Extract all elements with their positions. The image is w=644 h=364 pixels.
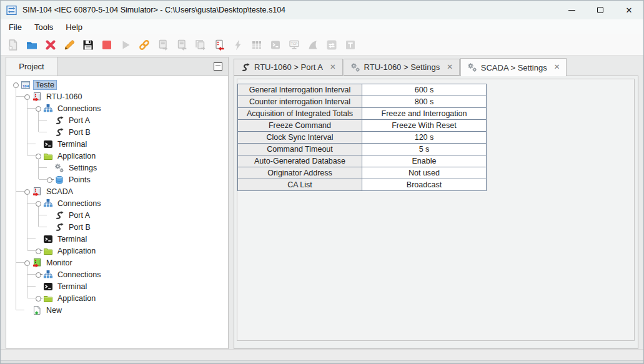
panel-splitter[interactable] — [229, 57, 234, 349]
tree-node-connections[interactable]: Connections — [6, 268, 228, 280]
close-tab-icon[interactable]: ✕ — [554, 64, 560, 71]
tree-toggle-icon[interactable] — [35, 292, 42, 304]
port-icon — [54, 210, 64, 220]
setting-value[interactable]: Enable — [362, 155, 487, 167]
port-icon — [54, 116, 64, 125]
table-row: Command Timeout5 s — [238, 144, 487, 155]
setting-label: Originator Address — [238, 167, 362, 179]
tree-node-application[interactable]: Application — [6, 292, 228, 304]
table-row: Originator AddressNot used — [238, 167, 487, 179]
tree-node-label: Application — [56, 246, 97, 256]
status-bar — [1, 349, 643, 360]
tree-node-new[interactable]: New — [6, 304, 228, 316]
setting-value[interactable]: Freeze With Reset — [362, 120, 487, 132]
database-icon — [54, 175, 64, 185]
tab-rtu-1060-port-a[interactable]: RTU-1060 > Port A✕ — [234, 59, 343, 76]
tree-node-label: Points — [67, 175, 92, 185]
menu-file[interactable]: File — [2, 21, 28, 33]
tree-node-scada[interactable]: SCADA — [6, 185, 228, 197]
setting-value[interactable]: Freeze and Interrogation — [362, 108, 487, 120]
minimize-button[interactable] — [557, 1, 586, 19]
tab-rtu-1060-settings[interactable]: RTU-1060 > Settings✕ — [344, 59, 460, 76]
setting-label: General Interrogation Interval — [238, 84, 362, 96]
setting-value[interactable]: 800 s — [362, 96, 487, 108]
gears-icon — [54, 163, 64, 173]
tree-spacer — [35, 280, 42, 292]
setting-label: Freeze Command — [238, 120, 362, 132]
tb-table-icon — [250, 39, 263, 51]
terminal-icon — [43, 234, 53, 244]
swap-button — [325, 38, 339, 52]
tree-node-label: New — [44, 305, 64, 315]
stop-button[interactable] — [100, 38, 114, 52]
tab-scada-settings[interactable]: SCADA > Settings✕ — [460, 58, 567, 76]
tree-guide — [39, 132, 47, 132]
setting-value[interactable]: 600 s — [362, 84, 487, 96]
maximize-icon — [597, 7, 603, 13]
tree-spacer — [24, 304, 31, 316]
setting-value[interactable]: Broadcast — [362, 179, 487, 191]
tree-node-terminal[interactable]: Terminal — [6, 233, 228, 245]
open-project-button[interactable] — [25, 38, 39, 52]
project-panel-header: Project — [6, 57, 229, 76]
close-project-button[interactable] — [44, 38, 57, 52]
tree-node-connections[interactable]: Connections — [6, 197, 228, 209]
collapse-panel-button[interactable] — [214, 62, 222, 71]
tree-guide — [27, 266, 27, 298]
tree-guide — [39, 227, 47, 227]
gears-icon — [350, 62, 360, 72]
tree-node-label: Terminal — [56, 234, 89, 244]
close-button[interactable]: ✕ — [615, 1, 643, 19]
setting-value[interactable]: 120 s — [362, 132, 487, 144]
flash-button — [231, 38, 245, 52]
close-tab-icon[interactable]: ✕ — [330, 64, 336, 71]
tree-node-application[interactable]: Application — [6, 150, 228, 162]
maximize-button[interactable] — [586, 1, 615, 19]
setting-value[interactable]: Not used — [362, 167, 487, 179]
settings-scrollpane: General Interrogation Interval600 sCount… — [237, 79, 635, 341]
tab-label: RTU-1060 > Port A — [254, 62, 323, 72]
tb-play-icon — [119, 39, 132, 51]
minimize-icon — [568, 10, 575, 11]
svg-text:104: 104 — [22, 84, 29, 87]
edit-button[interactable] — [62, 38, 76, 52]
tree-guide — [16, 88, 16, 310]
tree-node-teste[interactable]: 104Teste — [6, 79, 228, 91]
tree-node-terminal[interactable]: Terminal — [6, 138, 228, 150]
tb-link-icon — [138, 39, 151, 51]
menu-tools[interactable]: Tools — [28, 21, 59, 33]
tree-spacer — [35, 138, 42, 150]
tab-project[interactable]: Project — [6, 57, 57, 76]
tree-guide — [27, 144, 36, 144]
network-icon — [43, 270, 53, 280]
tree-spacer — [46, 221, 53, 233]
tree-node-monitor[interactable]: Monitor — [6, 257, 228, 268]
connect-button[interactable] — [137, 38, 151, 52]
server-green-icon — [32, 258, 42, 268]
server-import-button[interactable] — [212, 38, 226, 52]
tree-toggle-icon[interactable] — [46, 174, 53, 185]
close-tab-icon[interactable]: ✕ — [447, 64, 453, 71]
tree-guide — [27, 286, 36, 287]
menu-bar: FileToolsHelp — [1, 19, 643, 34]
setting-value[interactable]: 5 s — [362, 144, 487, 155]
tree-guide — [27, 203, 36, 204]
main-area: Project 104TesteRTU-1060ConnectionsPort … — [1, 56, 643, 349]
tree-toggle-icon[interactable] — [35, 268, 42, 280]
server-send-button — [156, 38, 170, 52]
tree-toggle-icon[interactable] — [35, 245, 42, 257]
tree-spacer — [46, 126, 53, 138]
tb-text-icon — [344, 39, 357, 51]
save-button[interactable] — [81, 38, 95, 52]
tree-node-application[interactable]: Application — [6, 245, 228, 257]
tb-srv-copy-icon — [194, 39, 207, 51]
folder-green-icon — [43, 151, 53, 161]
tree-node-terminal[interactable]: Terminal — [6, 280, 228, 292]
tree-node-connections[interactable]: Connections — [6, 102, 228, 114]
menu-help[interactable]: Help — [59, 21, 89, 33]
tree-node-label: Connections — [56, 199, 103, 209]
tree-node-rtu-1060[interactable]: RTU-1060 — [6, 91, 228, 102]
table-row: General Interrogation Interval600 s — [238, 84, 487, 96]
tab-label: RTU-1060 > Settings — [364, 62, 440, 72]
tcp-monitor-button: TCP — [287, 38, 301, 52]
